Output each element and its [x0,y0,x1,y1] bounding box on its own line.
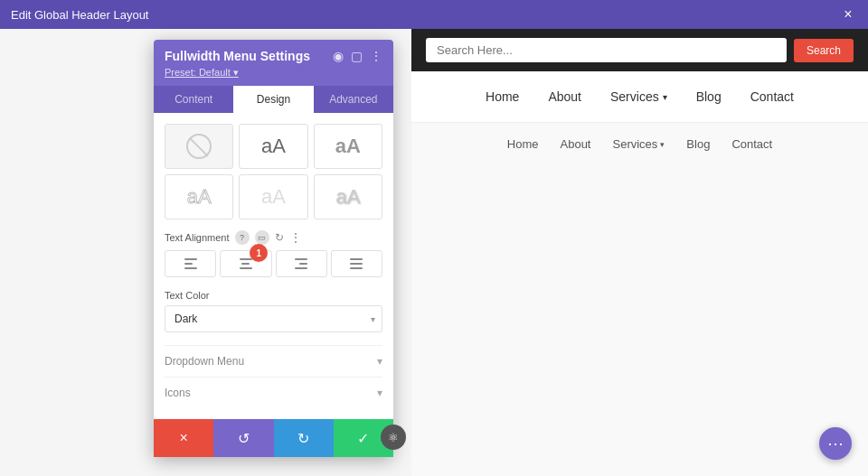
reset-icon: ↺ [238,430,250,447]
icons-header[interactable]: Icons ▾ [165,387,382,399]
left-panel: D Fullwidth Menu Settings ◉ ▢ ⋮ Preset: … [0,29,411,476]
align-justify-btn[interactable] [331,250,382,277]
text-alignment-label: Text Alignment [165,232,230,243]
style-label-bold: aA [335,135,361,158]
dropdown-menu-title: Dropdown Menu [165,355,244,368]
icons-section: Icons ▾ [165,377,382,408]
align-center-btn[interactable]: 1 [220,250,271,277]
confirm-icon: ✓ [357,430,369,447]
settings-panel: Fullwidth Menu Settings ◉ ▢ ⋮ Preset: De… [154,40,393,457]
style-option-outlined[interactable]: aA [165,174,233,219]
dropdown-menu-arrow: ▾ [377,355,382,368]
alignment-badge: 1 [250,244,268,262]
nav-bottom-services[interactable]: Services [612,137,665,151]
cancel-icon: × [179,430,187,446]
align-right-icon [295,258,307,269]
tab-design[interactable]: Design [233,86,313,113]
tab-content[interactable]: Content [154,86,233,113]
align-left-btn[interactable] [165,250,216,277]
style-option-shadow[interactable]: aA [314,174,382,219]
style-label-shadow: aA [335,185,360,209]
style-label-normal: aA [261,135,286,158]
settings-icon-eye[interactable]: ◉ [333,49,344,63]
settings-preset-value[interactable]: Default ▾ [199,67,239,78]
align-left-icon [184,258,197,269]
help-icon[interactable]: ? [235,230,250,245]
preview-search-bar: Search [411,29,868,71]
float-more-button[interactable]: ⋯ [819,427,852,460]
close-button[interactable]: × [839,5,857,23]
settings-tabs: Content Design Advanced [154,86,393,113]
nav-bottom-home[interactable]: Home [507,137,539,151]
style-option-bold[interactable]: aA [314,124,382,169]
reset-icon[interactable]: ↻ [275,231,284,244]
settings-preset: Preset: Default ▾ [165,67,382,79]
screwdriver-icon[interactable]: ⚛ [381,425,406,450]
nav-bottom-blog[interactable]: Blog [686,137,710,151]
icons-title: Icons [165,387,191,399]
redo-button[interactable]: ↻ [274,419,334,457]
preview-nav-top: Home About Services Blog Contact [411,71,868,123]
icons-arrow: ▾ [377,387,382,399]
cancel-button[interactable]: × [154,419,213,457]
action-bar: × ↺ ↻ ✓ [154,419,393,457]
alignment-options: 1 [165,250,382,277]
nav-bottom-contact[interactable]: Contact [731,137,772,151]
nav-top-home[interactable]: Home [486,89,519,104]
settings-body: aA aA aA aA aA [154,113,393,419]
tab-advanced[interactable]: Advanced [314,86,393,113]
text-color-label: Text Color [165,290,382,301]
nav-bottom-about[interactable]: About [561,137,591,151]
dropdown-menu-header[interactable]: Dropdown Menu ▾ [165,355,382,368]
align-right-btn[interactable] [276,250,327,277]
settings-header: Fullwidth Menu Settings ◉ ▢ ⋮ Preset: De… [154,40,393,86]
text-color-select-wrapper: Dark Light Custom ▾ [165,305,382,332]
style-label-ghost: aA [261,185,286,209]
settings-title: Fullwidth Menu Settings [165,49,310,63]
style-option-disabled[interactable] [165,124,233,169]
right-panel: Search Home About Services Blog Contact … [411,29,868,476]
float-more-icon: ⋯ [827,434,844,453]
settings-icon-window[interactable]: ▢ [351,49,363,63]
top-bar: Edit Global Header Layout × [0,0,868,29]
main-area: D Fullwidth Menu Settings ◉ ▢ ⋮ Preset: … [0,29,868,476]
preview-nav-bottom: Home About Services Blog Contact [411,123,868,165]
align-center-icon [240,258,252,269]
text-color-select[interactable]: Dark Light Custom [165,305,382,332]
settings-header-icons: ◉ ▢ ⋮ [333,49,382,63]
settings-icon-more[interactable]: ⋮ [370,49,382,63]
nav-top-blog[interactable]: Blog [696,89,722,104]
search-button[interactable]: Search [794,39,854,62]
style-option-ghost[interactable]: aA [239,174,307,219]
redo-icon: ↻ [297,430,309,447]
device-icon[interactable]: ▭ [255,230,269,245]
disabled-icon [186,134,212,159]
style-options-grid: aA aA aA aA aA [165,124,382,219]
search-input[interactable] [426,38,787,62]
settings-preset-label: Preset: [165,67,199,78]
style-option-normal[interactable]: aA [239,124,307,169]
style-label-outlined: aA [187,185,212,209]
nav-top-contact[interactable]: Contact [750,89,794,104]
search-input-wrapper [426,38,787,62]
align-justify-icon [350,258,363,269]
reset-button[interactable]: ↺ [213,419,273,457]
text-alignment-section: Text Alignment ? ▭ ↻ ⋮ [165,230,382,245]
top-bar-title: Edit Global Header Layout [11,8,148,22]
nav-top-about[interactable]: About [548,89,581,104]
nav-top-services[interactable]: Services [610,89,667,104]
more-icon[interactable]: ⋮ [289,230,302,245]
dropdown-menu-section: Dropdown Menu ▾ [165,345,382,377]
